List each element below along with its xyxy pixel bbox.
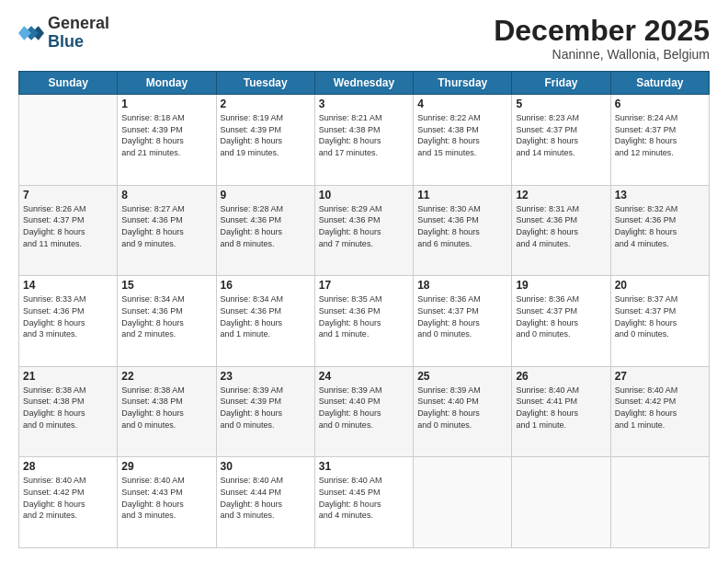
day-info: Sunrise: 8:39 AMSunset: 4:39 PMDaylight:… <box>221 385 311 431</box>
day-info: Sunrise: 8:38 AMSunset: 4:38 PMDaylight:… <box>23 385 113 431</box>
table-row <box>19 95 118 186</box>
header-thursday: Thursday <box>414 72 512 95</box>
day-number: 10 <box>319 189 409 201</box>
header-saturday: Saturday <box>610 72 709 95</box>
table-row: 23Sunrise: 8:39 AMSunset: 4:39 PMDayligh… <box>216 366 314 457</box>
day-number: 12 <box>516 189 606 201</box>
table-row: 15Sunrise: 8:34 AMSunset: 4:36 PMDayligh… <box>118 276 216 367</box>
table-row: 11Sunrise: 8:30 AMSunset: 4:36 PMDayligh… <box>414 185 512 276</box>
day-number: 8 <box>121 189 211 201</box>
day-number: 21 <box>23 370 113 383</box>
day-number: 24 <box>319 370 409 383</box>
logo-blue-text: Blue <box>48 32 84 51</box>
table-row: 29Sunrise: 8:40 AMSunset: 4:43 PMDayligh… <box>118 457 216 548</box>
day-number: 14 <box>23 279 113 292</box>
day-number: 22 <box>121 370 211 383</box>
table-row: 20Sunrise: 8:37 AMSunset: 4:37 PMDayligh… <box>610 276 709 367</box>
table-row: 3Sunrise: 8:21 AMSunset: 4:38 PMDaylight… <box>314 95 413 186</box>
table-row <box>610 457 709 548</box>
table-row: 25Sunrise: 8:39 AMSunset: 4:40 PMDayligh… <box>414 366 512 457</box>
day-info: Sunrise: 8:24 AMSunset: 4:37 PMDaylight:… <box>615 112 705 158</box>
day-info: Sunrise: 8:31 AMSunset: 4:36 PMDaylight:… <box>516 203 606 249</box>
table-row: 21Sunrise: 8:38 AMSunset: 4:38 PMDayligh… <box>19 366 118 457</box>
day-number: 13 <box>615 189 705 201</box>
table-row: 4Sunrise: 8:22 AMSunset: 4:38 PMDaylight… <box>414 95 512 186</box>
logo-icon <box>18 20 44 46</box>
table-row: 28Sunrise: 8:40 AMSunset: 4:42 PMDayligh… <box>19 457 118 548</box>
day-info: Sunrise: 8:26 AMSunset: 4:37 PMDaylight:… <box>23 203 113 249</box>
day-number: 2 <box>221 98 311 110</box>
header: General Blue December 2025 Naninne, Wall… <box>18 15 710 62</box>
day-number: 6 <box>615 98 705 110</box>
day-number: 9 <box>221 189 311 201</box>
day-info: Sunrise: 8:32 AMSunset: 4:36 PMDaylight:… <box>615 203 705 249</box>
day-number: 11 <box>417 189 507 201</box>
day-info: Sunrise: 8:23 AMSunset: 4:37 PMDaylight:… <box>516 112 606 158</box>
table-row: 10Sunrise: 8:29 AMSunset: 4:36 PMDayligh… <box>314 185 413 276</box>
day-info: Sunrise: 8:19 AMSunset: 4:39 PMDaylight:… <box>221 112 311 158</box>
table-row: 17Sunrise: 8:35 AMSunset: 4:36 PMDayligh… <box>314 276 413 367</box>
month-title: December 2025 <box>494 15 710 47</box>
header-monday: Monday <box>118 72 216 95</box>
table-row: 27Sunrise: 8:40 AMSunset: 4:42 PMDayligh… <box>610 366 709 457</box>
table-row: 2Sunrise: 8:19 AMSunset: 4:39 PMDaylight… <box>216 95 314 186</box>
table-row <box>414 457 512 548</box>
table-row: 5Sunrise: 8:23 AMSunset: 4:37 PMDaylight… <box>512 95 610 186</box>
day-info: Sunrise: 8:18 AMSunset: 4:39 PMDaylight:… <box>121 112 211 158</box>
day-number: 16 <box>221 279 311 292</box>
day-number: 29 <box>121 460 211 473</box>
header-sunday: Sunday <box>19 72 118 95</box>
table-row: 26Sunrise: 8:40 AMSunset: 4:41 PMDayligh… <box>512 366 610 457</box>
day-info: Sunrise: 8:40 AMSunset: 4:42 PMDaylight:… <box>615 385 705 431</box>
table-row: 22Sunrise: 8:38 AMSunset: 4:38 PMDayligh… <box>118 366 216 457</box>
day-number: 17 <box>319 279 409 292</box>
day-info: Sunrise: 8:38 AMSunset: 4:38 PMDaylight:… <box>121 385 211 431</box>
day-number: 26 <box>516 370 606 383</box>
header-tuesday: Tuesday <box>216 72 314 95</box>
header-wednesday: Wednesday <box>314 72 413 95</box>
day-number: 25 <box>417 370 507 383</box>
table-row: 8Sunrise: 8:27 AMSunset: 4:36 PMDaylight… <box>118 185 216 276</box>
day-info: Sunrise: 8:34 AMSunset: 4:36 PMDaylight:… <box>221 293 311 339</box>
day-info: Sunrise: 8:40 AMSunset: 4:45 PMDaylight:… <box>319 475 409 521</box>
table-row: 13Sunrise: 8:32 AMSunset: 4:36 PMDayligh… <box>610 185 709 276</box>
day-info: Sunrise: 8:35 AMSunset: 4:36 PMDaylight:… <box>319 293 409 339</box>
page: General Blue December 2025 Naninne, Wall… <box>0 0 728 563</box>
table-row: 19Sunrise: 8:36 AMSunset: 4:37 PMDayligh… <box>512 276 610 367</box>
day-number: 18 <box>417 279 507 292</box>
table-row: 18Sunrise: 8:36 AMSunset: 4:37 PMDayligh… <box>414 276 512 367</box>
weekday-header-row: Sunday Monday Tuesday Wednesday Thursday… <box>19 72 710 95</box>
header-friday: Friday <box>512 72 610 95</box>
day-info: Sunrise: 8:39 AMSunset: 4:40 PMDaylight:… <box>319 385 409 431</box>
day-number: 15 <box>121 279 211 292</box>
day-number: 1 <box>121 98 211 110</box>
table-row: 24Sunrise: 8:39 AMSunset: 4:40 PMDayligh… <box>314 366 413 457</box>
day-number: 7 <box>23 189 113 201</box>
day-number: 5 <box>516 98 606 110</box>
day-number: 19 <box>516 279 606 292</box>
day-number: 4 <box>417 98 507 110</box>
calendar-table: Sunday Monday Tuesday Wednesday Thursday… <box>18 71 710 548</box>
day-info: Sunrise: 8:37 AMSunset: 4:37 PMDaylight:… <box>615 293 705 339</box>
title-block: December 2025 Naninne, Wallonia, Belgium <box>494 15 710 62</box>
day-info: Sunrise: 8:36 AMSunset: 4:37 PMDaylight:… <box>417 293 507 339</box>
table-row: 14Sunrise: 8:33 AMSunset: 4:36 PMDayligh… <box>19 276 118 367</box>
table-row: 7Sunrise: 8:26 AMSunset: 4:37 PMDaylight… <box>19 185 118 276</box>
day-number: 27 <box>615 370 705 383</box>
table-row: 12Sunrise: 8:31 AMSunset: 4:36 PMDayligh… <box>512 185 610 276</box>
day-info: Sunrise: 8:40 AMSunset: 4:43 PMDaylight:… <box>121 475 211 521</box>
day-info: Sunrise: 8:27 AMSunset: 4:36 PMDaylight:… <box>121 203 211 249</box>
day-number: 20 <box>615 279 705 292</box>
day-number: 3 <box>319 98 409 110</box>
table-row: 31Sunrise: 8:40 AMSunset: 4:45 PMDayligh… <box>314 457 413 548</box>
logo: General Blue <box>18 15 109 52</box>
table-row: 16Sunrise: 8:34 AMSunset: 4:36 PMDayligh… <box>216 276 314 367</box>
day-number: 31 <box>319 460 409 473</box>
day-number: 30 <box>221 460 311 473</box>
table-row: 6Sunrise: 8:24 AMSunset: 4:37 PMDaylight… <box>610 95 709 186</box>
logo-general-text: General <box>48 14 109 32</box>
day-number: 28 <box>23 460 113 473</box>
day-info: Sunrise: 8:34 AMSunset: 4:36 PMDaylight:… <box>121 293 211 339</box>
table-row: 30Sunrise: 8:40 AMSunset: 4:44 PMDayligh… <box>216 457 314 548</box>
day-info: Sunrise: 8:29 AMSunset: 4:36 PMDaylight:… <box>319 203 409 249</box>
